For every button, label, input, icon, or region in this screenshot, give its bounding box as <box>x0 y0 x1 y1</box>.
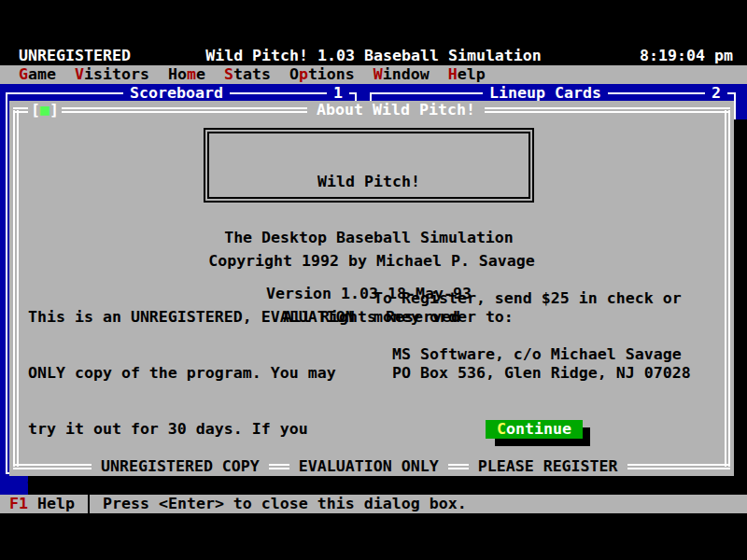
menu-label-part: ame <box>28 65 56 83</box>
window-border-line <box>734 92 736 120</box>
program-name: Wild Pitch! <box>209 173 529 191</box>
status-bar: F1 Help Press <Enter> to close this dial… <box>0 495 747 513</box>
menu-label-part: e <box>196 65 205 83</box>
register-address: MS Software, c/o Michael Savage <box>392 345 682 364</box>
dialog-footer: UNREGISTERED COPY EVALUATION ONLY PLEASE… <box>9 457 734 476</box>
menu-hotkey: H <box>448 65 458 83</box>
license-line: This is an UNREGISTERED, EVALUATION <box>28 308 355 327</box>
menu-hotkey: W <box>374 65 383 83</box>
copyright-line: Copyright 1992 by Michael P. Savage <box>9 252 734 271</box>
screen: UNREGISTERED Wild Pitch! 1.03 Baseball S… <box>0 0 747 560</box>
about-dialog: [■] About Wild Pitch! Wild Pitch! The De… <box>9 101 734 476</box>
window-border-line <box>6 92 7 474</box>
dialog-border-segment <box>448 464 469 469</box>
menu-label-part: Ho <box>168 65 187 83</box>
license-line: try it out for 30 days. If you <box>28 420 355 439</box>
dialog-title-bar: [■] About Wild Pitch! <box>9 101 734 119</box>
menu-item-game[interactable]: Game <box>19 65 56 84</box>
menu-hotkey: S <box>224 65 233 83</box>
f1-key-label[interactable]: F1 <box>9 495 28 513</box>
status-divider <box>88 495 90 513</box>
license-line: ONLY copy of the program. You may <box>28 364 355 383</box>
f1-help-shortcut[interactable]: Help <box>37 495 75 513</box>
menu-item-window[interactable]: Window <box>374 65 430 84</box>
menu-label-part: tats <box>233 65 271 83</box>
button-hotkey: C <box>497 420 506 438</box>
dialog-shadow <box>734 119 747 495</box>
clock: 8:19:04 pm <box>640 47 733 65</box>
menu-item-home[interactable]: Home <box>168 65 205 84</box>
dialog-border-segment <box>627 464 730 469</box>
menu-label-part: isitors <box>84 65 149 83</box>
close-icon: ■ <box>40 101 49 119</box>
title-bar: UNREGISTERED Wild Pitch! 1.03 Baseball S… <box>0 47 747 65</box>
register-address: PO Box 536, Glen Ridge, NJ 07028 <box>392 364 691 383</box>
menu-hotkey: G <box>19 65 28 83</box>
menu-item-options[interactable]: Options <box>289 65 355 84</box>
menu-label-part: indow <box>383 65 430 83</box>
menu-hotkey: V <box>75 65 84 83</box>
license-text: This is an UNREGISTERED, EVALUATION ONLY… <box>28 271 355 560</box>
window-title-scoreboard[interactable]: Scoreboard <box>123 84 230 103</box>
window-number-2: 2 <box>705 84 727 103</box>
register-instructions: To Register, send $25 in check or <box>374 289 682 308</box>
dialog-border-segment <box>62 107 307 113</box>
license-line: you'll have to register. When you <box>28 532 355 551</box>
menu-bar: Game Visitors Home Stats Options Window … <box>0 65 747 84</box>
menu-hotkey: p <box>299 65 308 83</box>
continue-button[interactable]: Continue <box>486 420 583 439</box>
info-box: Wild Pitch! The Desktop Baseball Simulat… <box>204 128 534 203</box>
button-label: ontinue <box>506 420 571 438</box>
close-bracket: ] <box>49 101 59 119</box>
dialog-border-segment <box>485 107 730 113</box>
menu-label-part: O <box>289 65 299 83</box>
dialog-border-segment <box>269 464 289 469</box>
window-number-1: 1 <box>327 84 349 103</box>
register-instructions: money order to: <box>374 308 514 327</box>
status-message: Press <Enter> to close this dialog box. <box>103 495 467 513</box>
window-title-lineup-cards[interactable]: Lineup Cards <box>483 84 608 103</box>
license-line: would like to continue to use it, <box>28 476 355 495</box>
footer-evaluation-only: EVALUATION ONLY <box>289 457 448 476</box>
close-bracket: [ <box>31 101 40 119</box>
menu-item-visitors[interactable]: Visitors <box>75 65 149 84</box>
dialog-title: About Wild Pitch! <box>307 101 485 119</box>
dialog-border-segment <box>13 464 92 469</box>
footer-please-register: PLEASE REGISTER <box>469 457 627 476</box>
close-button[interactable]: [■] <box>28 101 62 119</box>
menu-hotkey: m <box>187 65 196 83</box>
menu-label-part: tions <box>308 65 355 83</box>
footer-unregistered-copy: UNREGISTERED COPY <box>92 457 269 476</box>
menu-item-help[interactable]: Help <box>448 65 486 84</box>
menu-label-part: elp <box>458 65 486 83</box>
app-title: Wild Pitch! 1.03 Baseball Simulation <box>0 47 747 65</box>
menu-item-stats[interactable]: Stats <box>224 65 271 84</box>
